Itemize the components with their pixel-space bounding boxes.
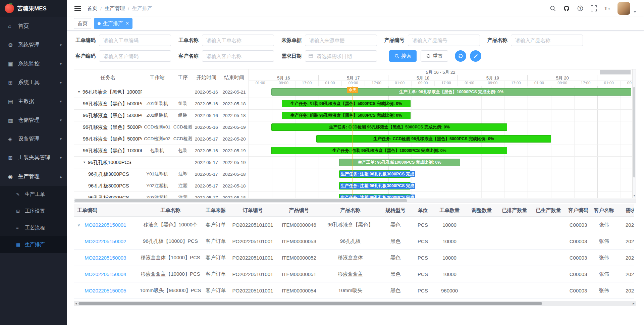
sidebar-item-warehouse-mgmt[interactable]: ▦仓储管理▾: [0, 111, 67, 129]
gantt-task-row[interactable]: ▼96孔移液盒【黑色】10000PCS2022-05-162022-05-21: [74, 86, 249, 98]
gantt-chart-row: 生产工单: 96孔孔板10000PCS 完成比例: 0%: [249, 157, 632, 168]
edit-button[interactable]: [470, 50, 481, 62]
github-icon[interactable]: [563, 5, 570, 12]
tab-scheduling[interactable]: 生产排产×: [94, 18, 132, 29]
fullscreen-icon[interactable]: [591, 5, 597, 11]
workstation-cell: Y02注塑机: [142, 183, 173, 189]
source-doc-input[interactable]: [305, 35, 377, 46]
gantt-task-row[interactable]: 96孔移液盒【黑色】5000PCSCCD检测#02CCD检测2022-05-17…: [74, 133, 249, 145]
refresh-button[interactable]: [455, 50, 466, 62]
expand-row-icon[interactable]: ∨: [77, 222, 85, 227]
filter-form: 工单编码工单名称来源单据产品编号产品名称 客户编码客户名称需求日期 搜索 重置: [75, 35, 639, 66]
customer-name-input[interactable]: [202, 50, 274, 62]
user-dropdown-caret-icon[interactable]: [633, 11, 637, 13]
task-bar[interactable]: 生产任务: CCD检测 96孔移液盒【黑色】5000PCS 完成比例: 0%: [271, 123, 507, 131]
gantt-task-row[interactable]: 96孔孔板3000PCSY03注塑机注塑2022-05-172022-05-18: [74, 192, 249, 198]
order-cell-customer_code: C00003: [565, 271, 592, 277]
order-cell-unit: PCS: [413, 222, 433, 228]
sidebar-item-process-flow[interactable]: ≡工艺流程: [0, 219, 67, 236]
demand-date-input[interactable]: [305, 50, 377, 62]
gantt-horizontal-scrollbar[interactable]: [74, 199, 636, 203]
tab-home[interactable]: 首页: [74, 18, 91, 29]
search-button-label: 搜索: [401, 53, 411, 59]
help-icon[interactable]: ?: [577, 5, 584, 12]
gantt-task-row[interactable]: 96孔移液盒【黑色】5000PCSZ02组装机组装2022-05-162022-…: [74, 110, 249, 121]
gantt-vertical-scrollbar[interactable]: ▼: [633, 69, 636, 198]
hamburger-menu-icon[interactable]: [74, 6, 81, 11]
task-bar[interactable]: 生产任务: 注塑 96孔孔板3000PCS 完成: [339, 182, 411, 189]
work-order-row[interactable]: MO202205150003移液盒盒体【10000】PCS客户订单PO20220…: [74, 250, 634, 266]
work-order-bar[interactable]: 生产工单: 96孔移液盒【黑色】10000PCS 完成比例: 0%: [271, 88, 631, 96]
vertical-scroll-thumb[interactable]: [633, 87, 635, 177]
gantt-task-row[interactable]: 96孔孔板3000PCSY01注塑机注塑2022-05-172022-05-18: [74, 168, 249, 180]
order-cell-qty: 10000: [433, 222, 466, 228]
gantt-task-row[interactable]: 96孔移液盒【黑色】10000PCS包装机包装2022-05-162022-05…: [74, 145, 249, 157]
sidebar-item-production-mgmt[interactable]: ◉生产管理▴: [0, 167, 67, 186]
gantt-task-row[interactable]: 96孔孔板3000PCSY02注塑机注塑2022-05-172022-05-18: [74, 180, 249, 192]
workorder-name-input[interactable]: [202, 35, 274, 46]
task-bar[interactable]: 生产任务: 包装 96孔移液盒【黑色】10000PCS 完成比例: 0%: [271, 147, 507, 154]
workorder-code-input[interactable]: [99, 35, 171, 46]
gantt-task-row[interactable]: 96孔移液盒【黑色】5000PCSZ01组装机组装2022-05-162022-…: [74, 98, 249, 110]
work-order-link[interactable]: MO202205150002: [85, 238, 126, 244]
gantt-column-header: 结束时间: [220, 74, 249, 81]
process-cell: CCD检测: [172, 136, 193, 142]
work-order-row[interactable]: MO20220515000510mm吸头【960000】PCS客户订单PO202…: [74, 282, 634, 299]
sidebar-item-fixture-mgmt[interactable]: ⊠工装夹具管理▾: [0, 148, 67, 167]
avatar[interactable]: [618, 2, 630, 15]
sidebar-item-production-workorder[interactable]: ✎生产工单: [0, 186, 67, 203]
sidebar-item-equipment-mgmt[interactable]: ◈设备管理▾: [0, 129, 67, 148]
chevron-down-icon: ▾: [60, 62, 62, 66]
task-name-cell: ▼96孔孔板10000PCS: [74, 159, 142, 166]
search-button[interactable]: 搜索: [389, 50, 417, 62]
sidebar-item-master-data[interactable]: ▤主数据▾: [0, 92, 67, 111]
orders-horizontal-scroll-thumb[interactable]: [78, 302, 542, 305]
order-cell-unit: PCS: [413, 238, 433, 244]
work-order-row[interactable]: MO202205150004移液盒盒盖【10000】PCS客户订单PO20220…: [74, 266, 634, 282]
task-bar[interactable]: 生产任务: CCD检测 96孔移液盒【黑色】5000PCS 完成比例: 0%: [316, 135, 551, 143]
chevron-down-icon: ▾: [60, 156, 62, 160]
breadcrumb-item[interactable]: 生产管理: [105, 5, 125, 12]
sidebar-item-home[interactable]: ⌂首页: [0, 17, 67, 36]
gantt-task-row[interactable]: ▼96孔孔板10000PCS2022-05-172022-05-19: [74, 157, 249, 168]
orders-column-header: 客户编码: [565, 207, 592, 214]
customer-code-input[interactable]: [99, 50, 171, 62]
work-order-code-cell: MO202205150005: [74, 288, 140, 293]
orders-column-header: 订单编号: [230, 207, 275, 214]
task-bar[interactable]: 生产任务: 组装 96孔移液盒【黑色】5000PCS 完成比例: 0%: [282, 112, 411, 119]
order-cell-product_no: ITEM00000046: [275, 222, 323, 228]
row-expand-icon[interactable]: ▼: [83, 161, 86, 164]
sidebar-item-label: 系统监控: [18, 60, 60, 67]
work-order-link[interactable]: MO202205150003: [85, 255, 126, 261]
task-bar[interactable]: 生产任务: 注塑 96孔孔板3000PCS 完成: [339, 170, 411, 178]
work-order-bar[interactable]: 生产工单: 96孔孔板10000PCS 完成比例: 0%: [339, 159, 460, 166]
app-logo[interactable]: 苦糖果MES: [0, 0, 67, 17]
sidebar-item-process-settings[interactable]: ⊞工序设置: [0, 203, 67, 219]
task-bar[interactable]: 生产任务: 组装 96孔移液盒【黑色】5000PCS 完成比例: 0%: [282, 100, 411, 107]
breadcrumb-item[interactable]: 首页: [87, 5, 97, 12]
orders-horizontal-scrollbar[interactable]: ◄ ►: [74, 301, 636, 306]
sidebar-item-system-tools[interactable]: ⊞系统工具▾: [0, 73, 67, 92]
task-bar[interactable]: 生产任务: 注塑 96孔孔板3000PCS 完成: [339, 194, 411, 198]
work-order-link[interactable]: MO202205150004: [85, 271, 126, 277]
scroll-left-arrow-icon[interactable]: ◄: [74, 302, 78, 305]
sidebar-item-production-scheduling[interactable]: ▦生产排产: [0, 236, 67, 253]
close-icon[interactable]: ×: [126, 21, 129, 26]
reset-button[interactable]: 重置: [421, 50, 448, 62]
product-name-input[interactable]: [511, 35, 583, 46]
sidebar-item-system-monitor[interactable]: ▣系统监控▾: [0, 54, 67, 73]
scroll-right-arrow-icon[interactable]: ►: [631, 302, 636, 305]
work-order-row[interactable]: MO20220515000296孔孔板【10000】PCS客户订单PO20220…: [74, 233, 634, 250]
search-icon[interactable]: [549, 5, 556, 12]
sidebar-item-system-mgmt[interactable]: ⚙系统管理▾: [0, 36, 67, 54]
row-expand-icon[interactable]: ▼: [77, 90, 80, 94]
work-order-link[interactable]: MO202205150005: [85, 288, 126, 293]
scroll-down-arrow-icon[interactable]: ▼: [633, 194, 636, 197]
order-cell-source: 客户订单: [201, 238, 230, 245]
work-order-link[interactable]: MO202205150001: [85, 222, 126, 228]
work-order-row[interactable]: ∨MO202205150001移液盒【黑色】10000个客户订单PO202205…: [74, 217, 634, 233]
gantt-horizontal-scroll-thumb[interactable]: [74, 199, 407, 202]
product-code-input[interactable]: [408, 35, 480, 46]
font-size-icon[interactable]: TT: [604, 5, 610, 12]
gantt-task-row[interactable]: 96孔移液盒【黑色】5000PCSCCD检测#01CCD检测2022-05-16…: [74, 121, 249, 133]
